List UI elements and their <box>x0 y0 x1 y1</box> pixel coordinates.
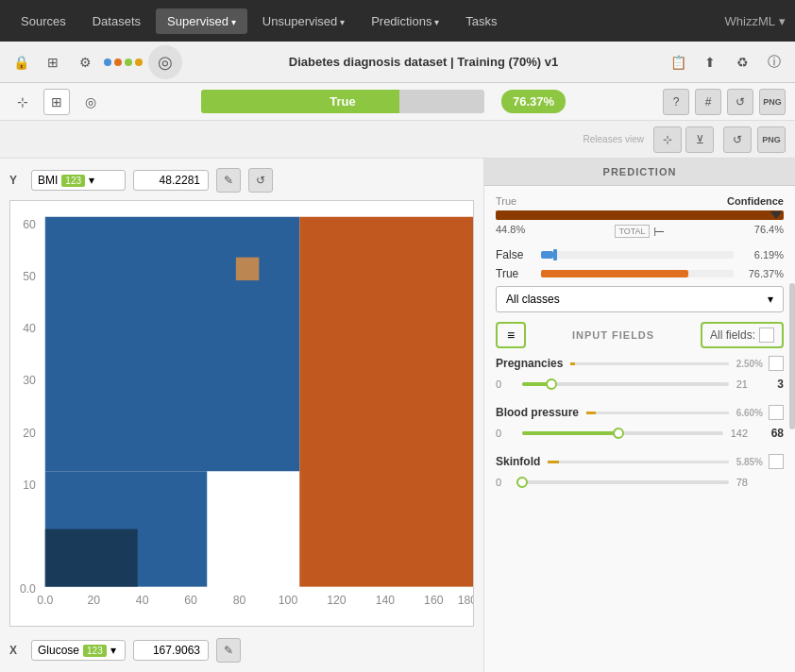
x-tick-80: 80 <box>233 594 246 607</box>
cluster-icon[interactable]: ⊹ <box>9 89 36 115</box>
nav-predictions[interactable]: Predictions <box>360 8 450 34</box>
pregnancies-track <box>522 382 729 386</box>
y-tick-10: 10 <box>23 479 36 492</box>
nav-supervised[interactable]: Supervised <box>156 8 247 34</box>
x-axis-field: Glucose <box>38 644 79 657</box>
all-classes-select[interactable]: All classes ▾ <box>496 286 784 312</box>
main-content: Y BMI 123 ▾ ✎ ↺ 60 50 <box>0 159 795 672</box>
model-icon[interactable]: ◎ <box>148 45 182 79</box>
status-percentage: 76.37% <box>501 90 566 113</box>
refresh-icon[interactable]: ♻ <box>729 49 755 76</box>
dot-yellow <box>135 59 143 66</box>
top-nav: Sources Datasets Supervised Unsupervised… <box>0 0 795 42</box>
y-tick-30: 30 <box>23 374 36 387</box>
view-icon-group: ⊹ ⊻ <box>653 126 714 153</box>
y-axis-select[interactable]: BMI 123 ▾ <box>31 170 126 191</box>
dot-orange <box>114 59 122 66</box>
skinfold-thumb[interactable] <box>516 477 528 488</box>
upload-icon[interactable]: ⬆ <box>697 49 723 76</box>
pregnancies-checkbox[interactable] <box>769 356 784 371</box>
pred-bar-fill <box>496 210 784 220</box>
input-fields-label: INPUT FIELDS <box>533 329 693 341</box>
blood-pressure-checkbox[interactable] <box>769 405 784 420</box>
nav-whizzml[interactable]: WhizzML ▾ <box>725 14 786 28</box>
pregnancies-slider-row: 0 21 3 <box>496 375 784 394</box>
y-axis-value[interactable] <box>133 170 209 191</box>
nav-right-label: WhizzML <box>725 14 775 28</box>
total-icon[interactable]: ⊢ <box>653 224 665 239</box>
y-tick-60: 60 <box>23 218 36 231</box>
nav-datasets[interactable]: Datasets <box>81 8 152 34</box>
main-toolbar: 🔒 ⊞ ⚙ ◎ Diabetes diagnosis dataset | Tra… <box>0 42 795 83</box>
network-icon[interactable]: ⚙ <box>72 49 98 76</box>
blue-region-top <box>45 217 300 472</box>
blood-pressure-pct-fill <box>586 412 596 414</box>
x-tick-100: 100 <box>279 594 298 607</box>
y-axis-tag: 123 <box>61 175 85 187</box>
target-icon[interactable]: ◎ <box>77 89 104 115</box>
nav-sources[interactable]: Sources <box>9 8 77 34</box>
x-axis-label: X <box>9 644 24 657</box>
hash-icon[interactable]: # <box>695 89 721 115</box>
x-tick-60: 60 <box>184 594 197 607</box>
skinfold-checkbox[interactable] <box>769 454 784 469</box>
y-axis-label: Y <box>9 174 24 187</box>
x-tick-0: 0.0 <box>37 594 53 607</box>
second-toolbar: Releases view ⊹ ⊻ ↺ PNG <box>0 121 795 159</box>
question-icon[interactable]: ? <box>663 89 689 115</box>
grid-icon[interactable]: ⊞ <box>43 89 70 115</box>
orange-region <box>299 217 473 587</box>
pred-confidence-label: Confidence <box>727 195 784 207</box>
pred-true-bar-wrap <box>541 270 734 277</box>
lock-icon[interactable]: 🔒 <box>8 49 34 76</box>
png-icon[interactable]: PNG <box>759 89 786 115</box>
refresh-chart-icon[interactable]: ↺ <box>723 126 752 153</box>
x-axis-select[interactable]: Glucose 123 ▾ <box>31 640 126 661</box>
clipboard-icon[interactable]: 📋 <box>665 49 691 76</box>
export-png-icon[interactable]: PNG <box>757 126 786 153</box>
status-bar: ⊹ ⊞ ◎ True 76.37% ? # ↺ PNG <box>0 83 795 121</box>
x-tick-120: 120 <box>327 594 347 607</box>
pregnancies-field: Pregnancies 2.50% 0 21 <box>496 356 784 394</box>
blood-pressure-thumb[interactable] <box>613 428 624 439</box>
pred-pcts-row: 44.8% TOTAL ⊢ 76.4% <box>496 224 784 239</box>
nav-tasks[interactable]: Tasks <box>454 8 508 34</box>
x-tick-20: 20 <box>87 594 100 607</box>
x-axis-tag: 123 <box>83 645 107 657</box>
x-axis-edit-icon[interactable]: ✎ <box>216 638 241 663</box>
highlight-cell <box>236 258 260 281</box>
reload-icon[interactable]: ↺ <box>727 89 753 115</box>
y-axis-refresh-icon[interactable]: ↺ <box>248 168 273 193</box>
input-fields-btn[interactable]: ≡ <box>496 322 526 348</box>
y-axis-row: Y BMI 123 ▾ ✎ ↺ <box>9 168 474 193</box>
scrollbar[interactable] <box>789 283 795 429</box>
skinfold-slider-row: 0 78 <box>496 473 784 492</box>
pred-pct-right: 76.4% <box>754 224 784 239</box>
pred-main-bar <box>496 210 784 220</box>
info-icon[interactable]: ⓘ <box>761 49 787 76</box>
pregnancies-label: Pregnancies 2.50% <box>496 356 784 371</box>
y-axis-edit-icon[interactable]: ✎ <box>216 168 241 193</box>
pregnancies-pct-fill <box>570 362 574 365</box>
blood-pressure-slider[interactable] <box>522 424 723 443</box>
prediction-body: True Confidence 44.8% TOTAL ⊢ 76.4% Fals… <box>484 186 795 672</box>
pregnancies-slider[interactable] <box>522 375 729 394</box>
skinfold-track <box>522 480 729 484</box>
pregnancies-thumb[interactable] <box>546 378 557 390</box>
connect-icon[interactable]: ⊻ <box>685 126 714 153</box>
x-axis-value[interactable] <box>133 640 209 661</box>
share-icon[interactable]: ⊹ <box>653 126 682 153</box>
x-axis-chevron: ▾ <box>110 644 116 657</box>
status-dots <box>104 59 143 66</box>
pred-false-pct: 6.19% <box>741 249 784 260</box>
tree-icon[interactable]: ⊞ <box>40 49 66 76</box>
x-tick-160: 160 <box>424 594 444 607</box>
blood-pressure-field: Blood pressure 6.60% 0 142 <box>496 405 784 443</box>
nav-unsupervised[interactable]: Unsupervised <box>251 8 356 34</box>
skinfold-slider[interactable] <box>522 473 729 492</box>
pred-bar-arrow <box>770 211 782 219</box>
skinfold-pct-bar <box>548 461 728 463</box>
pred-false-row: False 6.19% <box>496 248 784 261</box>
all-fields-checkbox[interactable] <box>759 328 774 343</box>
skinfold-label: Skinfold 5.85% <box>496 454 784 469</box>
